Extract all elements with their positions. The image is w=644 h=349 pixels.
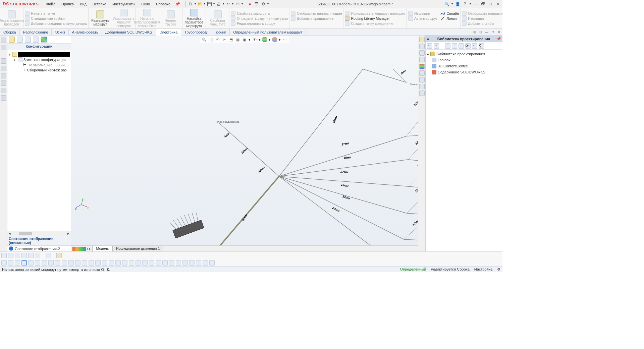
ribbon-edit-route[interactable]: Редактировать маршрут — [231, 21, 288, 26]
tree-config-notes[interactable]: Заметки к конфигурации — [23, 58, 66, 62]
stb-icon[interactable] — [8, 260, 13, 266]
stb-icon[interactable] — [68, 260, 74, 266]
ribbon-tube-drawing[interactable]: Чертеж трубки — [159, 8, 182, 28]
stb-icon[interactable] — [203, 260, 208, 266]
menu-tools[interactable]: Инструменты — [110, 1, 138, 7]
tree-assembly-drawing[interactable]: Сборочный чертеж раз — [27, 68, 66, 72]
menu-help[interactable]: Справка — [153, 1, 173, 7]
tab-tubing[interactable]: Тюбинг — [210, 29, 230, 35]
stb-icon[interactable] — [122, 260, 127, 266]
rail-icon[interactable] — [1, 73, 6, 78]
lib-newfolder-icon[interactable] — [459, 43, 464, 49]
stb-select-icon[interactable] — [21, 260, 27, 266]
close-icon[interactable]: ✕ — [495, 1, 500, 7]
lib-fwd-icon[interactable]: → — [434, 43, 439, 49]
rail-icon[interactable] — [1, 80, 6, 86]
ribbon-route-properties[interactable]: Свойства маршрута — [231, 11, 288, 16]
tab-layout[interactable]: Расположение — [20, 29, 52, 35]
search-icon[interactable]: 🔍 — [444, 1, 449, 7]
save-icon[interactable]: 💾 — [207, 1, 212, 7]
stb-icon[interactable] — [28, 260, 34, 266]
stb-icon[interactable] — [35, 253, 40, 258]
stb-icon[interactable] — [1, 253, 7, 258]
stb-icon[interactable] — [89, 260, 94, 266]
rail-icon[interactable] — [1, 45, 6, 50]
stb-icon[interactable] — [82, 260, 87, 266]
tab-user-route[interactable]: Определенный пользователем маршрут — [230, 29, 306, 35]
pin-icon[interactable]: 📌 — [175, 2, 180, 6]
lib-item[interactable]: 3D ContentCentral — [438, 64, 468, 68]
menu-window[interactable]: Окно — [139, 1, 153, 7]
fm-hscroll[interactable]: ◂▸ — [7, 231, 71, 236]
fm-tree[interactable]: ▾ ▸Заметки к конфигурации ⊢По умолчанию … — [7, 50, 71, 231]
tab-evaluate[interactable]: Анализировать — [69, 29, 102, 35]
ribbon-show-guides[interactable]: Отобразить направляющие — [291, 11, 342, 16]
stb-icon[interactable] — [189, 260, 195, 266]
stb-icon[interactable] — [21, 253, 27, 258]
rail-icon[interactable] — [1, 38, 6, 43]
stb-icon[interactable] — [62, 260, 67, 266]
lib-config-icon[interactable]: ⚲ — [479, 43, 484, 49]
rail-icon[interactable] — [1, 66, 6, 71]
ribbon-add-splice[interactable]: Добавить сращивание — [291, 16, 342, 21]
fm-tab-tree-icon[interactable] — [9, 37, 15, 43]
tab-model[interactable]: Модель — [93, 246, 113, 251]
ribbon-insulation2[interactable]: Изоляция — [462, 16, 502, 21]
stb-icon[interactable] — [28, 253, 34, 258]
rail-icon[interactable] — [1, 88, 6, 93]
status-custom[interactable]: Настройка — [474, 267, 492, 272]
undo-icon[interactable]: ↶ — [225, 1, 231, 7]
taskpane-appearance-icon[interactable] — [419, 64, 425, 69]
taskpane-misc2-icon[interactable] — [419, 91, 425, 96]
stb-icon[interactable] — [48, 260, 54, 266]
fm-tab-prop-icon[interactable] — [17, 37, 23, 43]
menu-edit[interactable]: Правка — [59, 1, 76, 7]
stb-icon[interactable] — [35, 260, 40, 266]
stb-icon[interactable] — [196, 260, 201, 266]
tab-motion-study[interactable]: Исследование движения 1 — [112, 246, 163, 251]
ribbon-create-cpoint[interactable]: Создать точку соединения — [345, 21, 405, 26]
ribbon-def-agg-nodes[interactable]: Определить укрупненные узлы — [231, 16, 288, 21]
ribbon-routing-lib-mgr[interactable]: Routing Library Manager — [345, 16, 405, 21]
stb-icon[interactable] — [15, 253, 20, 258]
taskpane-view-icon[interactable] — [419, 57, 425, 62]
ribbon-insulation[interactable]: Изоляция — [408, 11, 437, 16]
doc-prev-icon[interactable]: ⊞ — [472, 30, 477, 35]
stb-icon[interactable] — [115, 260, 121, 266]
user-icon[interactable]: 👤 — [455, 1, 460, 7]
taskpane-lib-icon[interactable] — [419, 44, 425, 49]
stb-icon[interactable] — [95, 260, 101, 266]
ribbon-route-params[interactable]: Настойка параметров маршрута — [182, 8, 206, 28]
ribbon-spline[interactable]: Сплайн — [440, 11, 459, 16]
lib-refresh-icon[interactable]: ⟳ — [465, 43, 471, 49]
stb-icon[interactable] — [209, 260, 215, 266]
stb-icon[interactable] — [169, 260, 174, 266]
stb-icon[interactable] — [75, 260, 80, 266]
lib-item[interactable]: Содержание SOLIDWORKS — [438, 70, 485, 74]
stb-icon[interactable] — [46, 253, 51, 258]
print-icon[interactable]: 🖨 — [216, 1, 221, 7]
design-library-tree[interactable]: ▸Библиотека проектирования Toolbox 3D Co… — [426, 50, 502, 76]
taskpane-forum-icon[interactable] — [419, 77, 425, 82]
lib-add-icon[interactable] — [445, 43, 450, 49]
ribbon-autoroute[interactable]: Авто-маршрут — [408, 16, 437, 21]
doc-close-icon[interactable]: ✕ — [496, 30, 501, 35]
select-icon[interactable]: ▭ — [235, 1, 240, 7]
options-icon[interactable]: ☰ — [254, 1, 259, 7]
doc-min-icon[interactable]: — — [484, 30, 489, 35]
settings-icon[interactable]: ⚙ — [261, 1, 266, 7]
stb-icon[interactable] — [102, 260, 107, 266]
help-icon[interactable]: ? — [462, 1, 468, 7]
doc-next-icon[interactable]: ⊟ — [478, 30, 483, 35]
menu-view[interactable]: Вид — [77, 1, 89, 7]
stb-icon[interactable] — [149, 260, 154, 266]
stb-icon[interactable] — [55, 260, 60, 266]
taskpane-prop-icon[interactable] — [419, 70, 425, 76]
ribbon-add-conn-part[interactable]: Добавить соединительную деталь — [25, 21, 87, 26]
stb-icon[interactable] — [8, 253, 13, 258]
display-state-row[interactable]: 🔵Состояние отображения-2 — [7, 246, 71, 251]
ribbon-std-tubes[interactable]: Стандартные трубки — [25, 16, 87, 21]
menu-file[interactable]: Файл — [44, 1, 58, 7]
status-gear-icon[interactable]: ⚙ — [497, 267, 500, 272]
ribbon-reuse-route2[interactable]: Использовать маршрут повторно — [345, 11, 405, 16]
